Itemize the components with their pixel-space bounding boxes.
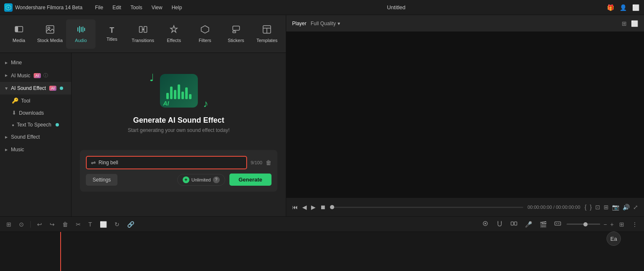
sidebar-item-mine[interactable]: ▶ Mine (0, 56, 71, 69)
ai-label: AI (163, 100, 169, 107)
quality-selector[interactable]: Full Quality ▾ (311, 21, 340, 26)
music-note-left-icon: ♩ (149, 72, 154, 84)
help-icon[interactable]: ? (213, 176, 220, 183)
zoom-in-icon[interactable]: + (610, 221, 614, 228)
toolbar-effects-label: Effects (167, 38, 181, 43)
delete-icon[interactable]: 🗑 (60, 220, 70, 229)
toolbar-filters[interactable]: Filters (190, 19, 220, 49)
window-title: Untitled (186, 4, 606, 11)
prompt-input-box[interactable]: ⇌ Ring bell (86, 156, 247, 169)
bottom-area: ⊞ ⊙ ↩ ↪ 🗑 ✂ T ⬜ ↻ 🔗 (0, 216, 644, 271)
mark-out-icon[interactable]: } (590, 204, 592, 210)
frame-back-icon[interactable]: ◀ (302, 204, 307, 210)
shuffle-icon[interactable]: ⇌ (91, 159, 96, 166)
menu-bar: File Edit Tools View Help (91, 3, 186, 12)
toolbar-media[interactable]: Media (4, 19, 34, 49)
generate-subtitle: Start generating your own sound effect t… (128, 127, 230, 133)
volume-icon[interactable]: 🔊 (623, 204, 630, 210)
magnet-icon[interactable] (494, 219, 505, 229)
captions-icon[interactable] (552, 219, 563, 229)
bar-3 (174, 90, 176, 99)
preview-timeline[interactable] (330, 207, 523, 208)
unlimited-badge[interactable]: + Unlimited ? (177, 174, 225, 186)
sidebar-item-sound-effect-label: Sound Effect (11, 134, 40, 140)
window-controls-icon[interactable]: ⬜ (631, 3, 640, 12)
more-icon[interactable]: ⋮ (630, 220, 640, 229)
unlimited-label: Unlimited (192, 177, 211, 182)
filmstrip-icon[interactable]: 🎬 (538, 220, 549, 229)
expand-icon[interactable]: ⤢ (633, 204, 638, 210)
tab-player[interactable]: Player (292, 21, 306, 26)
generate-button[interactable]: Generate (229, 174, 271, 186)
crop-icon[interactable]: ⬜ (98, 220, 109, 229)
preview-right-controls: { } ⊡ ⊞ 📷 🔊 ⤢ (585, 204, 638, 210)
arrow-icon-ai-music: ▶ (5, 74, 8, 77)
ai-sound-visual: ♩ AI (128, 70, 230, 142)
mark-in-icon[interactable]: { (585, 204, 587, 210)
sidebar-item-ai-sound-effect[interactable]: ▶ AI Sound Effect AI (0, 82, 71, 95)
toolbar: Media Stock Media Audio (0, 15, 286, 53)
play-icon[interactable]: ▶ (311, 204, 316, 210)
settings-button[interactable]: Settings (86, 174, 117, 186)
svg-point-15 (484, 223, 486, 224)
stop-icon[interactable]: ⏹ (320, 204, 326, 210)
audio-icon (76, 25, 85, 36)
timeline-tool-grid[interactable]: ⊞ (4, 220, 13, 229)
menu-view[interactable]: View (147, 3, 167, 12)
effects-icon (169, 25, 178, 36)
motion-icon[interactable]: ↻ (112, 220, 122, 229)
zoom-out-icon[interactable]: − (604, 221, 607, 228)
toolbar-filters-label: Filters (199, 38, 211, 43)
zoom-slider[interactable] (567, 224, 600, 225)
svg-rect-19 (514, 222, 517, 225)
app-name: Wondershare Filmora 14 Beta (15, 5, 82, 11)
link-icon[interactable]: 🔗 (125, 220, 136, 229)
ai-music-badge: AI (34, 73, 41, 78)
toolbar-audio[interactable]: Audio (66, 19, 96, 49)
menu-tools[interactable]: Tools (126, 3, 146, 12)
text-icon[interactable]: T (86, 220, 94, 229)
bar-7 (189, 94, 192, 99)
sidebar-item-sound-effect[interactable]: ▶ Sound Effect (0, 131, 71, 143)
ripple-icon[interactable] (480, 219, 491, 229)
redo-icon[interactable]: ↪ (48, 220, 57, 229)
fullscreen-icon[interactable]: ⬜ (631, 20, 638, 27)
ai-music-info-icon[interactable]: ⓘ (43, 72, 48, 79)
ea-badge: Ea (607, 232, 621, 246)
screenshot-icon[interactable]: 📷 (612, 204, 619, 210)
grid-view-icon[interactable]: ⊞ (622, 20, 627, 27)
sidebar-item-tts-label: Text To Speech (17, 122, 51, 128)
insert-icon[interactable]: ⊡ (595, 204, 600, 210)
unlimited-plus-icon: + (183, 176, 189, 183)
overwrite-icon[interactable]: ⊞ (604, 204, 609, 210)
toolbar-templates[interactable]: Templates (252, 19, 282, 49)
sidebar-item-text-to-speech[interactable]: ● Text To Speech (0, 119, 71, 131)
delete-icon[interactable]: 🗑 (266, 159, 271, 166)
toolbar-titles[interactable]: T Titles (97, 19, 127, 49)
sidebar-item-music[interactable]: ▶ Music (0, 143, 71, 156)
split-icon[interactable] (508, 219, 519, 229)
right-actions: + Unlimited ? Generate (177, 174, 271, 186)
toolbar-effects[interactable]: Effects (159, 19, 189, 49)
timeline-toolbar: ⊞ ⊙ ↩ ↪ 🗑 ✂ T ⬜ ↻ 🔗 (0, 217, 644, 232)
tool-icon: 🔑 (12, 97, 19, 104)
undo-icon[interactable]: ↩ (35, 220, 44, 229)
user-icon[interactable]: 👤 (619, 3, 627, 12)
generate-title: Generate AI Sound Effect (133, 116, 224, 125)
menu-edit[interactable]: Edit (108, 3, 125, 12)
toolbar-stickers[interactable]: Stickers (221, 19, 251, 49)
menu-file[interactable]: File (91, 3, 107, 12)
toolbar-transitions[interactable]: Transitions (128, 19, 158, 49)
menu-help[interactable]: Help (168, 3, 186, 12)
timeline-tool-select[interactable]: ⊙ (17, 220, 26, 229)
microphone-icon[interactable]: 🎤 (523, 220, 534, 229)
sidebar-item-tool[interactable]: 🔑 Tool (0, 95, 71, 107)
skip-back-icon[interactable]: ⏮ (292, 204, 298, 210)
gift-icon[interactable]: 🎁 (606, 3, 615, 12)
toolbar-stock[interactable]: Stock Media (35, 19, 65, 49)
sidebar-item-downloads[interactable]: ⬇ Downloads (0, 107, 71, 119)
sidebar-item-music-label: Music (11, 147, 24, 153)
sidebar-item-ai-music[interactable]: ▶ AI Music AI ⓘ (0, 69, 71, 82)
grid-icon-2[interactable]: ⊞ (617, 220, 626, 229)
cut-icon[interactable]: ✂ (74, 220, 83, 229)
